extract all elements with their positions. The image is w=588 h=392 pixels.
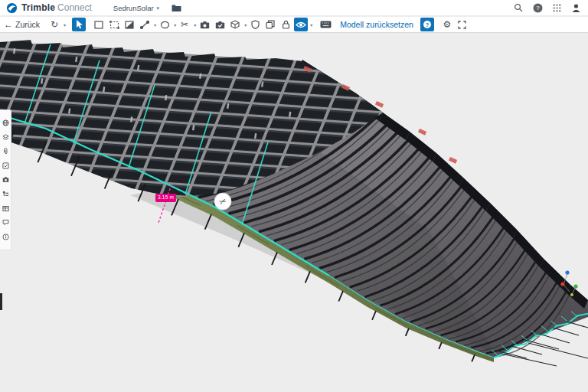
brand-primary: Trimble xyxy=(21,2,55,13)
project-selector[interactable]: SedrunSolar ▾ xyxy=(113,4,159,12)
marquee-select-button[interactable] xyxy=(107,18,121,31)
camera-check-icon xyxy=(215,21,225,29)
gizmo-aux-handle xyxy=(570,293,573,296)
sidebar-item-todos[interactable] xyxy=(2,162,9,169)
visibility-button[interactable] xyxy=(294,18,308,31)
copy-icon xyxy=(266,20,275,29)
fullscreen-icon xyxy=(458,21,466,29)
globe-icon xyxy=(2,119,9,126)
svg-text:?: ? xyxy=(536,5,540,11)
clip-caret-icon[interactable]: ▾ xyxy=(194,22,196,28)
context-tool-button[interactable]: ✂ xyxy=(214,193,231,210)
duplicate-button[interactable] xyxy=(263,18,277,31)
search-button[interactable] xyxy=(512,2,524,14)
clip-tool-button[interactable]: ✂ xyxy=(178,18,191,31)
project-name: SedrunSolar xyxy=(113,4,154,12)
half-filled-square-icon xyxy=(125,21,134,29)
gear-icon: ⚙ xyxy=(443,20,452,29)
gizmo-x-handle xyxy=(560,282,564,286)
chevron-down-icon: ▾ xyxy=(157,5,160,11)
fullscreen-button[interactable] xyxy=(456,18,469,31)
measure-caret-icon[interactable]: ▾ xyxy=(154,22,156,28)
scissors-tool-icon: ✂ xyxy=(181,20,188,29)
top-bar: Trimble Connect SedrunSolar ▾ ? xyxy=(0,0,588,16)
gizmo-y-handle xyxy=(573,284,577,288)
marker-question-icon: ? xyxy=(423,20,432,29)
protect-button[interactable] xyxy=(248,18,262,31)
marquee-icon xyxy=(109,21,119,29)
measure-tool-button[interactable] xyxy=(138,18,152,31)
orbit-tool-button[interactable]: ↻ xyxy=(47,18,61,31)
sidebar-item-comments[interactable] xyxy=(2,219,9,227)
orbit-caret-icon[interactable]: ▾ xyxy=(64,22,66,28)
viewer-toolbar: ← Zurück ↻ ▾ ▾ ▾ ✂ ▾ xyxy=(0,17,588,33)
back-arrow-icon: ← xyxy=(4,20,13,29)
sidebar-item-object-tree[interactable] xyxy=(2,191,9,198)
help-icon: ? xyxy=(533,3,543,13)
svg-text:?: ? xyxy=(426,21,430,28)
checkbox-icon xyxy=(2,162,9,169)
apps-grid-icon xyxy=(553,4,561,12)
layers-icon xyxy=(2,134,9,141)
brand-secondary: Connect xyxy=(57,2,92,13)
paperclip-icon xyxy=(2,148,9,155)
left-sidebar xyxy=(0,109,11,250)
eye-icon xyxy=(296,21,306,29)
keyboard-icon xyxy=(320,21,332,28)
snapshot-views-button[interactable] xyxy=(213,18,227,31)
model-viewport[interactable]: ✂ xyxy=(0,0,588,392)
shield-icon xyxy=(251,20,260,29)
reset-model-button[interactable]: Modell zurücksetzen xyxy=(335,20,419,29)
cursor-icon xyxy=(75,20,83,29)
keyboard-shortcuts-button[interactable] xyxy=(318,18,333,31)
search-icon xyxy=(514,3,523,12)
help-button[interactable]: ? xyxy=(531,2,544,14)
ellipse-markup-button[interactable] xyxy=(158,18,172,31)
model-caret-icon[interactable]: ▾ xyxy=(244,22,247,28)
sidebar-item-views[interactable] xyxy=(2,176,9,184)
ellipse-icon xyxy=(160,21,170,29)
brand-logo[interactable]: Trimble Connect xyxy=(6,2,92,14)
project-explorer-button[interactable] xyxy=(172,4,181,12)
gizmo-z-handle xyxy=(565,270,569,274)
sidebar-item-attachments[interactable] xyxy=(2,148,9,155)
model-tool-button[interactable] xyxy=(228,18,242,31)
ellipse-caret-icon[interactable]: ▾ xyxy=(174,22,176,28)
lock-button[interactable] xyxy=(279,18,292,31)
box-select-button[interactable] xyxy=(92,18,106,31)
apps-button[interactable] xyxy=(550,2,563,14)
edge-pole xyxy=(0,293,2,310)
camera-icon xyxy=(200,21,210,29)
cube-icon xyxy=(230,20,240,29)
account-icon xyxy=(571,3,581,13)
orbit-icon: ↻ xyxy=(51,20,58,29)
folder-icon xyxy=(172,4,181,12)
table-icon xyxy=(2,205,9,212)
lock-icon xyxy=(282,20,290,29)
sidebar-item-info[interactable] xyxy=(2,233,9,240)
sidebar-item-layers[interactable] xyxy=(2,133,9,141)
visibility-caret-icon[interactable]: ▾ xyxy=(310,22,312,28)
sidebar-item-tables[interactable] xyxy=(2,204,9,212)
account-button[interactable] xyxy=(570,2,582,14)
topbar-right-icons: ? xyxy=(512,2,582,14)
info-icon xyxy=(2,234,9,240)
measure-icon xyxy=(140,21,149,29)
tree-list-icon xyxy=(2,191,9,198)
help-marker-button[interactable]: ? xyxy=(420,18,434,31)
back-label: Zurück xyxy=(15,20,40,29)
trimble-logo-icon xyxy=(6,2,18,14)
snapshot-button[interactable] xyxy=(198,18,211,31)
measurement-label[interactable]: 3.15 m xyxy=(155,194,176,202)
settings-button[interactable]: ⚙ xyxy=(440,18,454,31)
invert-selection-button[interactable] xyxy=(122,18,136,31)
select-tool-button[interactable] xyxy=(72,18,86,31)
comment-icon xyxy=(2,219,9,226)
box-select-icon xyxy=(94,21,103,29)
back-button[interactable]: ← Zurück xyxy=(4,20,40,29)
sidebar-item-models[interactable] xyxy=(2,119,9,127)
camera-small-icon xyxy=(2,176,9,183)
app-window: { "app": { "brand_primary": "Trimble", "… xyxy=(0,0,588,392)
